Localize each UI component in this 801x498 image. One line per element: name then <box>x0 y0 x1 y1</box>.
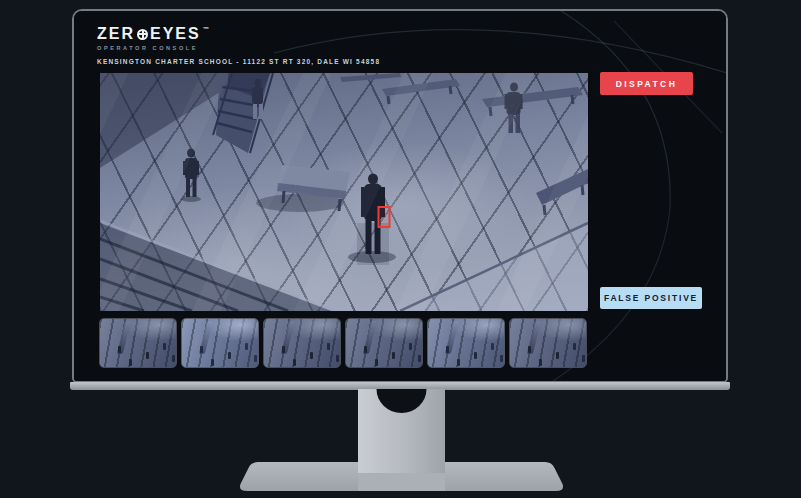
staircase <box>213 73 273 153</box>
false-positive-button[interactable]: FALSE POSITIVE <box>600 287 702 309</box>
person-left <box>181 149 201 203</box>
console-subtitle: OPERATOR CONSOLE <box>97 45 209 51</box>
logo-text-left: ZER <box>97 26 135 42</box>
courtyard-table <box>256 165 350 212</box>
live-camera-feed <box>100 73 588 311</box>
person-top-right <box>505 83 523 134</box>
camera-thumbnail-5[interactable] <box>427 318 505 368</box>
person-detected <box>348 174 396 266</box>
logo-text-right: EYES <box>150 26 201 42</box>
brand-block: ZER EYES ™ OPERATOR CONSOLE <box>97 26 209 51</box>
site-location-label: KENSINGTON CHARTER SCHOOL - 11122 ST RT … <box>97 58 380 65</box>
camera-thumbnail-6[interactable] <box>509 318 587 368</box>
courtyard-scene <box>100 73 588 311</box>
trademark-symbol: ™ <box>203 26 209 32</box>
camera-thumbnail-4[interactable] <box>345 318 423 368</box>
target-o-icon <box>137 29 148 40</box>
camera-thumbnail-strip <box>99 318 587 368</box>
camera-thumbnail-1[interactable] <box>99 318 177 368</box>
dispatch-button[interactable]: DISPATCH <box>600 72 693 95</box>
camera-thumbnail-2[interactable] <box>181 318 259 368</box>
operator-console-screen: ZER EYES ™ OPERATOR CONSOLE KENSINGTON C… <box>74 11 726 381</box>
desktop-monitor: ZER EYES ™ OPERATOR CONSOLE KENSINGTON C… <box>72 9 728 383</box>
stand-foot <box>358 473 445 491</box>
weapon-detection-box <box>379 207 390 227</box>
camera-thumbnail-3[interactable] <box>263 318 341 368</box>
zeroeyes-logo: ZER EYES ™ <box>97 26 209 42</box>
monitor-stand <box>230 389 575 495</box>
